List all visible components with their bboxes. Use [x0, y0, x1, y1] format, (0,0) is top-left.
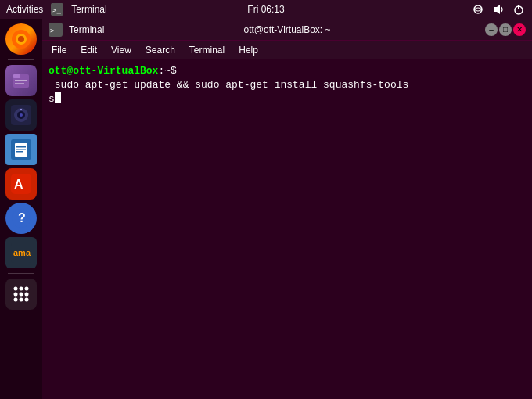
svg-rect-20 — [16, 146, 26, 148]
launcher-divider-1 — [8, 59, 34, 60]
system-bar-right — [471, 2, 526, 16]
svg-rect-21 — [16, 149, 26, 150]
svg-rect-10 — [13, 74, 20, 78]
svg-marker-3 — [494, 5, 500, 14]
close-button[interactable]: ✕ — [513, 23, 526, 36]
terminal-window: >_ Terminal ott@ott-VirtualBox: ~ – □ ✕ … — [42, 19, 532, 399]
launcher-help[interactable]: ? — [5, 203, 37, 234]
menu-view[interactable]: View — [105, 43, 138, 57]
system-bar-clock: Fri 06:13 — [247, 4, 284, 15]
svg-rect-22 — [16, 151, 23, 153]
svg-rect-11 — [15, 80, 27, 81]
svg-point-36 — [20, 298, 23, 302]
menu-help[interactable]: Help — [232, 43, 264, 57]
topbar-terminal-label[interactable]: Terminal — [71, 4, 106, 15]
svg-point-33 — [20, 293, 23, 297]
launcher-amazon[interactable]: amazon — [5, 237, 37, 268]
network-icon — [471, 2, 485, 16]
menu-terminal[interactable]: Terminal — [183, 43, 231, 57]
launcher-libreoffice[interactable] — [5, 134, 37, 165]
svg-point-30 — [20, 287, 23, 291]
terminal-command-line: ott@ott-VirtualBox :~$ sudo apt-get upda… — [49, 64, 526, 92]
svg-point-37 — [25, 298, 29, 302]
terminal-cursor — [55, 92, 61, 103]
terminal-continuation: s — [49, 92, 55, 106]
title-terminal-icon: >_ — [49, 23, 63, 37]
prompt-user: ott@ott-VirtualBox — [49, 64, 158, 78]
launcher-divider-2 — [8, 273, 34, 274]
svg-point-32 — [14, 293, 18, 297]
svg-text:A: A — [14, 178, 23, 191]
minimize-button[interactable]: – — [485, 23, 498, 36]
svg-rect-19 — [15, 143, 27, 157]
svg-point-29 — [14, 287, 18, 291]
title-bar-title: ott@ott-VirtualBox: ~ — [243, 24, 330, 35]
svg-point-17 — [20, 109, 22, 110]
menu-edit[interactable]: Edit — [74, 43, 103, 57]
title-bar: >_ Terminal ott@ott-VirtualBox: ~ – □ ✕ — [42, 19, 532, 41]
launcher-files[interactable] — [5, 65, 37, 96]
system-bar: Activities >_ Terminal Fri 06:13 — [0, 0, 532, 19]
launcher-sidebar: A ? amazon — [0, 19, 42, 399]
svg-point-8 — [18, 36, 24, 42]
launcher-ubuntu-software[interactable]: A — [5, 168, 37, 200]
terminal-topbar-icon: >_ — [51, 3, 63, 16]
maximize-button[interactable]: □ — [499, 23, 512, 36]
command-text: sudo apt-get update && sudo apt-get inst… — [49, 78, 408, 92]
svg-point-31 — [25, 287, 29, 291]
activities-button[interactable]: Activities — [6, 4, 43, 15]
volume-icon — [491, 2, 505, 16]
launcher-rhythmbox[interactable] — [5, 99, 37, 131]
title-bar-left: >_ Terminal — [49, 23, 104, 37]
svg-text:>_: >_ — [52, 6, 61, 14]
svg-text:>_: >_ — [50, 27, 59, 34]
menu-bar: File Edit View Search Terminal Help — [42, 41, 532, 59]
prompt-separator: :~$ — [158, 64, 176, 78]
svg-point-35 — [14, 298, 18, 302]
svg-text:?: ? — [18, 211, 26, 225]
system-bar-left: Activities >_ Terminal — [6, 3, 107, 16]
terminal-content[interactable]: ott@ott-VirtualBox :~$ sudo apt-get upda… — [42, 59, 532, 399]
launcher-firefox[interactable] — [5, 23, 37, 55]
svg-point-16 — [20, 113, 23, 117]
title-bar-label: Terminal — [69, 24, 104, 35]
svg-text:amazon: amazon — [13, 248, 31, 257]
launcher-show-apps[interactable] — [5, 279, 37, 310]
power-icon[interactable] — [512, 2, 526, 16]
window-controls: – □ ✕ — [485, 23, 526, 36]
menu-search[interactable]: Search — [139, 43, 182, 57]
svg-point-2 — [474, 5, 482, 13]
menu-file[interactable]: File — [45, 43, 73, 57]
terminal-line-2: s — [49, 92, 526, 106]
svg-point-34 — [25, 293, 29, 297]
svg-rect-12 — [15, 83, 24, 84]
